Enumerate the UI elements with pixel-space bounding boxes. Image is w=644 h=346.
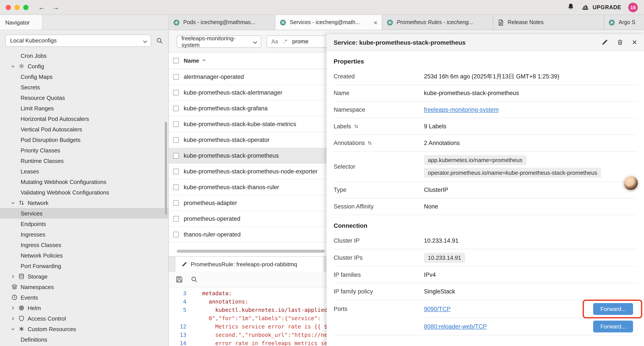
drawer-close-button[interactable]: × [632, 38, 637, 46]
maximize-window-button[interactable] [23, 4, 28, 10]
sidebar-item-label: Secrets [20, 84, 40, 90]
sidebar-item-custom-resources[interactable]: Custom Resources [0, 324, 168, 334]
sidebar-item-ingress-classes[interactable]: Ingress Classes [0, 240, 168, 250]
delete-button[interactable] [617, 39, 624, 45]
tab-pods-icecheng-mathmas[interactable]: Pods - icecheng@mathmas... [169, 15, 275, 30]
sidebar-item-endpoints[interactable]: Endpoints [0, 219, 168, 229]
name-column-header[interactable]: Name [184, 57, 207, 64]
minimize-window-button[interactable] [14, 4, 20, 10]
kubernetes-icon [280, 19, 286, 26]
tab-close-icon[interactable]: × [374, 19, 378, 26]
namespace-select[interactable]: freeleaps-monitoring-system [177, 35, 261, 47]
port-link[interactable]: 8080:reloader-web/TCP [424, 323, 487, 330]
sidebar-item-services[interactable]: Services [0, 208, 168, 219]
select-all-checkbox[interactable] [173, 58, 179, 63]
row-checkbox[interactable] [173, 153, 179, 159]
sidebar-item-access-control[interactable]: Access Control [0, 313, 168, 324]
tab-release-notes[interactable]: Release Notes [493, 15, 604, 30]
row-checkbox[interactable] [173, 121, 179, 127]
sidebar-item-label: Mutating Webhook Configurations [20, 178, 106, 185]
drawer-row-value: 10.233.14.91 [424, 237, 458, 244]
kubeconfig-select-value: Local Kubeconfigs [10, 37, 57, 44]
sidebar-item-vertical-pod-autoscalers[interactable]: Vertical Pod Autoscalers [0, 124, 168, 134]
edit-button[interactable] [602, 39, 608, 45]
sidebar-item-helm[interactable]: Helm [0, 303, 168, 313]
sidebar-item-ingresses[interactable]: Ingresses [0, 229, 168, 240]
sidebar-item-events[interactable]: Events [0, 292, 168, 303]
sort-toggle[interactable] [368, 141, 372, 145]
close-window-button[interactable] [6, 4, 11, 10]
back-button[interactable]: ← [38, 3, 45, 11]
row-name: kube-prometheus-stack-prometheus-node-ex… [184, 168, 318, 175]
row-checkbox[interactable] [173, 169, 179, 174]
tab-argo-s[interactable]: Argo S [604, 15, 644, 30]
drawer-row-ip-family-policy: IP family policySingleStack [334, 283, 637, 300]
namespace-link[interactable]: freeleaps-monitoring-system [424, 106, 499, 113]
sidebar-item-priority-classes[interactable]: Priority Classes [0, 145, 168, 155]
sidebar-item-config-maps[interactable]: Config Maps [0, 71, 168, 82]
content-area: Local Kubeconfigs Cron JobsConfigConfig … [0, 31, 644, 346]
port-link[interactable]: 9090/TCP [424, 306, 451, 312]
editor-search-button[interactable] [191, 276, 198, 283]
sidebar-item-mutating-webhook-configurations[interactable]: Mutating Webhook Configurations [0, 177, 168, 187]
row-checkbox[interactable] [173, 90, 179, 95]
sidebar-item-config[interactable]: Config [0, 61, 168, 71]
upgrade-button[interactable]: UPGRADE [581, 4, 621, 10]
sort-ascending-indicator [202, 57, 207, 64]
drawer-row-label-text: Created [334, 73, 355, 80]
navigator-tab[interactable]: Navigator [0, 15, 42, 30]
sidebar-item-horizontal-pod-autoscalers[interactable]: Horizontal Pod Autoscalers [0, 113, 168, 124]
drawer-row-value: None [424, 203, 438, 210]
drawer-row-label: Selector [334, 163, 424, 170]
row-name: kube-prometheus-stack-grafana [184, 105, 268, 112]
row-checkbox[interactable] [173, 184, 179, 190]
drawer-row-cluster-ips: Cluster IPs10.233.14.91 [334, 249, 637, 267]
sidebar-item-storage[interactable]: Storage [0, 271, 168, 282]
chevron-right-icon [10, 306, 15, 310]
sidebar-item-network-policies[interactable]: Network Policies [0, 250, 168, 261]
notification-count-badge[interactable]: 15 [628, 2, 638, 12]
sidebar-item-label: Network [28, 200, 48, 206]
save-button[interactable] [176, 276, 183, 283]
notifications-button[interactable] [567, 3, 574, 11]
tab-services-icecheng-math[interactable]: Services - icecheng@math...× [275, 15, 382, 30]
floating-avatar[interactable] [624, 176, 638, 191]
tab-prometheus-rules-icecheng[interactable]: Prometheus Rules - icecheng... [382, 15, 493, 30]
row-checkbox[interactable] [173, 216, 179, 222]
sidebar-item-limit-ranges[interactable]: Limit Ranges [0, 103, 168, 113]
row-checkbox[interactable] [173, 232, 179, 237]
dock-tab-prometheusrule-freeleaps-prod-ra[interactable]: PrometheusRule: freeleaps-prod-rabbitmq [175, 257, 324, 272]
match-case-toggle[interactable]: Aa [271, 38, 278, 44]
sidebar-item-resource-quotas[interactable]: Resource Quotas [0, 92, 168, 103]
row-checkbox[interactable] [173, 74, 179, 80]
drawer-row-label: Labels [334, 123, 424, 130]
sidebar-item-label: Storage [28, 273, 48, 280]
horizontal-scrollbar[interactable] [177, 250, 325, 253]
forward-button[interactable]: → [52, 3, 59, 11]
sort-toggle[interactable] [354, 124, 358, 129]
sidebar-item-label: Limit Ranges [20, 105, 54, 111]
row-checkbox[interactable] [173, 106, 179, 111]
sidebar-item-port-forwarding[interactable]: Port Forwarding [0, 261, 168, 271]
sidebar-item-validating-webhook-configuration[interactable]: Validating Webhook Configurations [0, 187, 168, 198]
sidebar-item-label: Config Maps [20, 73, 52, 80]
tab-label: Release Notes [508, 19, 544, 25]
sidebar-search-button[interactable] [156, 37, 163, 44]
sidebar-item-network[interactable]: Network [0, 198, 168, 208]
sidebar-item-runtime-classes[interactable]: Runtime Classes [0, 155, 168, 166]
sidebar-scrollbar[interactable] [165, 122, 167, 215]
sidebar-item-leases[interactable]: Leases [0, 166, 168, 177]
row-checkbox[interactable] [173, 200, 179, 206]
sidebar-item-definitions[interactable]: Definitions [0, 334, 168, 345]
sidebar-item-cron-jobs[interactable]: Cron Jobs [0, 50, 168, 61]
drawer-row-type: TypeClusterIP [334, 182, 637, 198]
forward-button[interactable]: Forward... [593, 303, 633, 315]
sidebar-item-pod-disruption-budgets[interactable]: Pod Disruption Budgets [0, 134, 168, 145]
forward-button[interactable]: Forward... [593, 321, 633, 333]
sidebar-item-namespaces[interactable]: Namespaces [0, 282, 168, 292]
regex-toggle[interactable]: .* [284, 38, 287, 44]
kubeconfig-select[interactable]: Local Kubeconfigs [5, 34, 151, 47]
row-checkbox[interactable] [173, 137, 179, 143]
sidebar-item-secrets[interactable]: Secrets [0, 82, 168, 92]
badge-list: 10.233.14.91 [424, 249, 465, 266]
